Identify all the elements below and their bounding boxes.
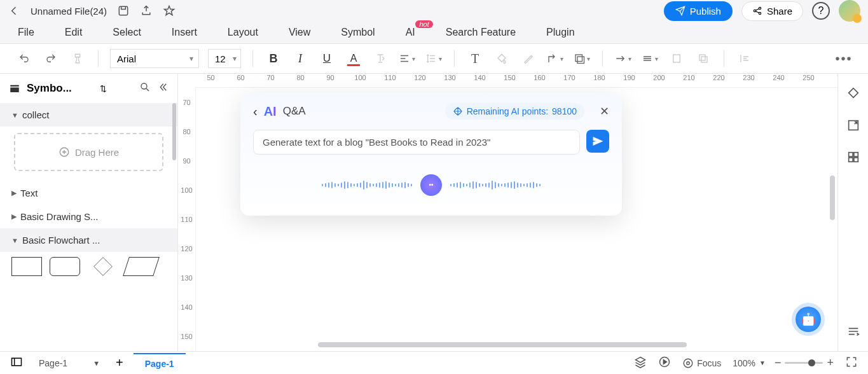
sidebar-collapse-icon[interactable] <box>157 81 169 95</box>
align-button[interactable] <box>398 50 416 67</box>
svg-rect-16 <box>848 158 852 162</box>
zoom-slider[interactable] <box>785 362 823 364</box>
svg-rect-4 <box>575 55 582 62</box>
shape-parallelogram[interactable] <box>123 257 160 276</box>
menu-insert[interactable]: Insert <box>172 27 197 38</box>
line-style-button[interactable] <box>641 50 659 67</box>
sidebar-title: Symbo... <box>27 82 93 95</box>
zoom-control[interactable]: 100%▼ − + <box>733 356 834 370</box>
grid-icon[interactable] <box>846 150 860 164</box>
hot-badge: hot <box>415 20 432 28</box>
bold-button[interactable]: B <box>265 50 282 67</box>
shape-rounded-rect[interactable] <box>50 257 80 276</box>
menu-select[interactable]: Select <box>113 27 141 38</box>
layers-button[interactable] <box>694 50 712 67</box>
user-avatar[interactable] <box>839 0 860 22</box>
ruler-vertical: 708090100110120130140150 <box>178 88 196 351</box>
redo-button[interactable] <box>42 50 60 67</box>
list-panel-icon[interactable] <box>846 324 860 338</box>
page-button[interactable] <box>668 50 685 67</box>
ai-close-button[interactable]: ✕ <box>600 104 609 118</box>
menu-layout[interactable]: Layout <box>228 27 258 38</box>
svg-point-11 <box>141 83 147 89</box>
add-page-button[interactable]: + <box>116 356 123 370</box>
drag-zone[interactable]: Drag Here <box>14 133 163 171</box>
svg-rect-5 <box>577 57 584 64</box>
share-button[interactable]: Share <box>741 1 803 21</box>
sidebar-scrollbar[interactable] <box>172 103 176 160</box>
svg-point-20 <box>687 361 690 364</box>
connector-button[interactable] <box>546 50 564 67</box>
export-icon[interactable] <box>140 4 153 17</box>
shape-diamond[interactable] <box>93 257 113 276</box>
publish-label: Publish <box>690 6 721 17</box>
layers-bottom-icon[interactable] <box>634 356 647 370</box>
back-button[interactable] <box>8 4 20 17</box>
text-tool-button[interactable]: T <box>466 50 484 67</box>
svg-rect-8 <box>701 57 707 62</box>
ai-prompt-input[interactable]: Generate text for a blog "Best Books to … <box>253 130 580 155</box>
ai-waveform <box>253 172 609 198</box>
menu-plugin[interactable]: Plugin <box>546 27 574 38</box>
menu-ai[interactable]: AI hot <box>406 27 415 38</box>
section-text[interactable]: ▶Text <box>0 181 177 205</box>
file-title: Unnamed File(24) <box>31 6 107 17</box>
ai-send-button[interactable] <box>586 130 609 153</box>
font-select[interactable]: Arial <box>110 49 199 68</box>
section-basic-drawing[interactable]: ▶Basic Drawing S... <box>0 205 177 228</box>
ai-panel: ‹ AI Q&A Remaining AI points: 98100 ✕ Ge… <box>240 93 622 216</box>
section-basic-flowchart[interactable]: ▼Basic Flowchart ... <box>0 228 177 252</box>
menu-file[interactable]: File <box>18 27 34 38</box>
menu-symbol[interactable]: Symbol <box>341 27 375 38</box>
ai-qa-label: Q&A <box>283 105 306 118</box>
clear-format-button[interactable] <box>371 50 389 67</box>
sidebar-expand-icon[interactable]: ⇅ <box>100 84 107 94</box>
svg-rect-9 <box>10 85 19 87</box>
fullscreen-icon[interactable] <box>845 356 858 370</box>
active-page-tab[interactable]: Page-1 <box>134 353 186 373</box>
undo-button[interactable] <box>15 50 33 67</box>
page-dropdown[interactable]: Page-1▼ <box>33 356 106 370</box>
focus-button[interactable]: Focus <box>682 357 721 369</box>
ai-points-badge[interactable]: Remaining AI points: 98100 <box>445 103 584 120</box>
distribute-button[interactable] <box>736 50 754 67</box>
fill-color-button[interactable] <box>493 50 511 67</box>
shape-style-button[interactable] <box>573 50 591 67</box>
save-icon[interactable] <box>117 4 130 17</box>
menu-edit[interactable]: Edit <box>65 27 83 38</box>
ai-fab-button[interactable] <box>796 307 821 332</box>
shape-rectangle[interactable] <box>11 257 42 276</box>
italic-button[interactable]: I <box>291 50 309 67</box>
svg-rect-15 <box>853 153 857 156</box>
sidebar-search-icon[interactable] <box>139 81 151 95</box>
star-icon[interactable] <box>163 4 176 17</box>
ai-back-button[interactable]: ‹ <box>253 104 258 119</box>
font-color-button[interactable]: A <box>345 50 362 67</box>
underline-button[interactable]: U <box>318 50 336 67</box>
svg-rect-7 <box>699 55 705 60</box>
menu-search-feature[interactable]: Search Feature <box>446 27 516 38</box>
ruler-horizontal: 5060708090100110120130140150160170180190… <box>196 74 837 88</box>
canvas-vertical-scrollbar[interactable] <box>830 176 835 220</box>
line-color-button[interactable] <box>520 50 537 67</box>
format-painter-button[interactable] <box>69 50 86 67</box>
arrow-button[interactable] <box>614 50 632 67</box>
line-spacing-button[interactable] <box>425 50 443 67</box>
font-size-select[interactable]: 12 <box>208 49 241 68</box>
move-icon <box>453 106 463 116</box>
export-panel-icon[interactable] <box>846 118 860 132</box>
ai-logo: AI <box>264 104 277 119</box>
svg-rect-14 <box>848 153 852 156</box>
canvas-horizontal-scrollbar[interactable] <box>318 342 687 347</box>
section-collect[interactable]: ▼collect <box>0 103 177 127</box>
outline-icon[interactable] <box>10 356 23 370</box>
presentation-icon[interactable] <box>658 356 671 370</box>
svg-rect-6 <box>673 55 680 62</box>
svg-rect-17 <box>853 158 857 162</box>
publish-button[interactable]: Publish <box>664 1 733 21</box>
svg-rect-10 <box>10 88 19 93</box>
menu-view[interactable]: View <box>289 27 310 38</box>
help-button[interactable]: ? <box>812 2 830 20</box>
more-button[interactable]: ••• <box>835 50 853 67</box>
theme-icon[interactable] <box>846 87 860 100</box>
